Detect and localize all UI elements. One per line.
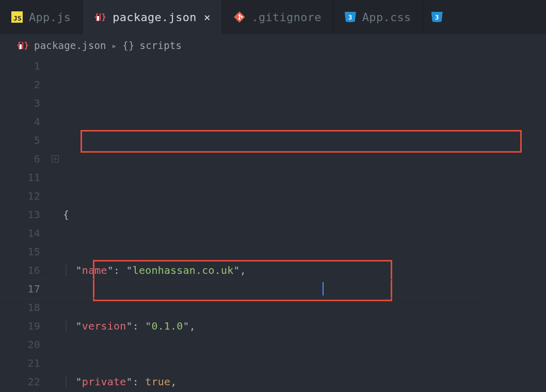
css-icon: 3 [431, 12, 443, 22]
current-line-indicator [0, 280, 483, 298]
breadcrumb: {} package.json ▸ {} scripts [0, 34, 546, 57]
object-icon: {} [122, 40, 134, 51]
git-icon [234, 11, 245, 23]
tab-label: package.json [113, 11, 197, 24]
fold-column: + [47, 57, 63, 392]
tab-label: App.js [29, 11, 71, 24]
tab-bar: JS App.js {} package.json × .gitignore 3… [0, 0, 546, 34]
cursor [323, 282, 324, 296]
tab-overflow[interactable]: 3 [423, 0, 451, 34]
npm-icon: {} [94, 13, 106, 21]
fold-expand-icon[interactable]: + [52, 155, 59, 162]
gutter: 1 2 3 4 5 6 11 12 13 14 15 16 17 18 19 2… [0, 57, 47, 392]
highlight-homepage [81, 130, 522, 153]
tab-app-js[interactable]: JS App.js [0, 0, 83, 34]
css-icon: 3 [345, 12, 356, 22]
chevron-right-icon: ▸ [111, 40, 118, 51]
breadcrumb-symbol[interactable]: scripts [140, 40, 182, 51]
tab-gitignore[interactable]: .gitignore [222, 0, 333, 34]
tab-app-css[interactable]: 3 App.css [333, 0, 423, 34]
breadcrumb-file[interactable]: package.json [34, 40, 106, 51]
code-area[interactable]: { │ "name": "leonhassan.co.uk", │ "versi… [63, 57, 442, 392]
editor[interactable]: 1 2 3 4 5 6 11 12 13 14 15 16 17 18 19 2… [0, 57, 546, 392]
tab-label: App.css [362, 11, 411, 24]
js-icon: JS [11, 11, 23, 23]
npm-icon: {} [17, 42, 29, 49]
tab-package-json[interactable]: {} package.json × [83, 0, 222, 34]
tab-label: .gitignore [251, 11, 321, 24]
close-icon[interactable]: × [204, 11, 211, 24]
